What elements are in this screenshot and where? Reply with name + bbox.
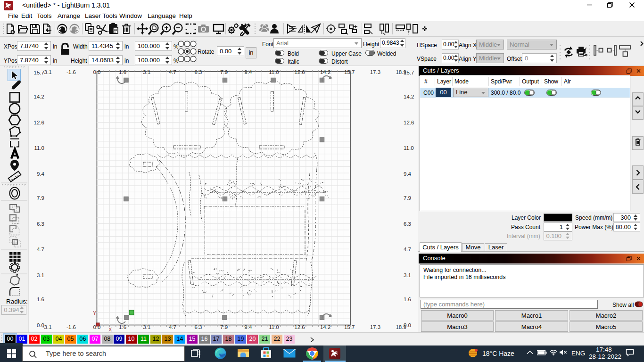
svg-text:3.1: 3.1 bbox=[37, 272, 44, 278]
svg-text:15.7: 15.7 bbox=[404, 70, 414, 75]
svg-text:11.0: 11.0 bbox=[269, 69, 279, 75]
svg-text:11.0: 11.0 bbox=[34, 145, 44, 151]
svg-text:Y: Y bbox=[93, 310, 97, 316]
svg-text:12.6: 12.6 bbox=[404, 120, 414, 125]
svg-text:6.3: 6.3 bbox=[37, 221, 44, 227]
svg-text:15.7: 15.7 bbox=[344, 324, 355, 330]
svg-text:4.7: 4.7 bbox=[37, 247, 44, 252]
svg-text:3.1: 3.1 bbox=[404, 272, 411, 278]
svg-text:0.0: 0.0 bbox=[404, 322, 411, 328]
svg-text:9.4: 9.4 bbox=[404, 171, 412, 177]
svg-text:1.6: 1.6 bbox=[119, 69, 126, 75]
svg-text:6.3: 6.3 bbox=[195, 69, 202, 75]
svg-text:14.2: 14.2 bbox=[320, 69, 330, 75]
svg-text:1.6: 1.6 bbox=[404, 296, 411, 302]
svg-text:6.3: 6.3 bbox=[195, 324, 202, 330]
svg-text:0.0: 0.0 bbox=[93, 69, 101, 75]
svg-text:14.2: 14.2 bbox=[34, 94, 44, 99]
svg-text:0.0: 0.0 bbox=[37, 322, 44, 328]
svg-text:4.7: 4.7 bbox=[404, 247, 411, 252]
svg-text:6.3: 6.3 bbox=[404, 221, 411, 227]
svg-text:7.9: 7.9 bbox=[220, 69, 228, 75]
svg-text:Radius:: Radius: bbox=[6, 298, 28, 305]
svg-text:9.4: 9.4 bbox=[37, 171, 45, 177]
svg-text:12.6: 12.6 bbox=[34, 120, 44, 125]
svg-text:11.0: 11.0 bbox=[269, 324, 279, 330]
svg-text:7.9: 7.9 bbox=[404, 195, 411, 201]
svg-text:12.6: 12.6 bbox=[294, 324, 305, 330]
svg-text:14.2: 14.2 bbox=[320, 324, 330, 330]
svg-text:17.3: 17.3 bbox=[370, 69, 380, 75]
svg-text:7.9: 7.9 bbox=[220, 324, 228, 330]
svg-text:15.7: 15.7 bbox=[344, 69, 355, 75]
svg-text:X: X bbox=[108, 327, 112, 332]
svg-text:1.6: 1.6 bbox=[119, 324, 126, 330]
svg-text:9.4: 9.4 bbox=[244, 324, 252, 330]
svg-text:3.1: 3.1 bbox=[143, 324, 150, 330]
svg-text:11.0: 11.0 bbox=[404, 145, 414, 151]
svg-text:4.7: 4.7 bbox=[169, 69, 176, 75]
svg-text:3.1: 3.1 bbox=[143, 69, 150, 75]
svg-text:14.2: 14.2 bbox=[404, 94, 414, 99]
svg-text:15.7: 15.7 bbox=[34, 70, 44, 75]
svg-text:-1.6: -1.6 bbox=[66, 69, 76, 75]
svg-text:-1.6: -1.6 bbox=[66, 324, 76, 330]
svg-text:17.3: 17.3 bbox=[370, 324, 380, 330]
svg-text:12.6: 12.6 bbox=[294, 69, 305, 75]
svg-text:4.7: 4.7 bbox=[169, 324, 176, 330]
svg-text:7.9: 7.9 bbox=[37, 195, 44, 201]
svg-text:9.4: 9.4 bbox=[244, 69, 252, 75]
svg-text:1.6: 1.6 bbox=[37, 296, 44, 302]
